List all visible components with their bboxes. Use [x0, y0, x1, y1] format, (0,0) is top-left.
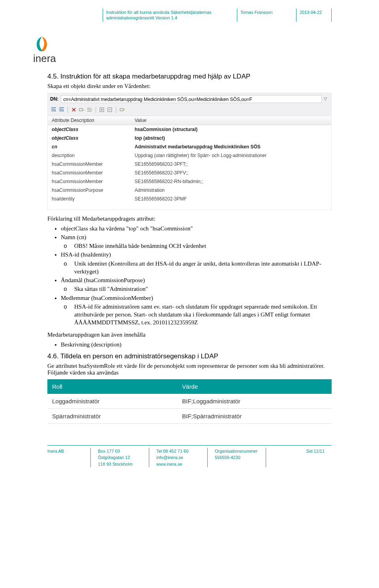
new-attribute-icon[interactable]: + — [86, 107, 93, 113]
svg-text:+: + — [83, 108, 84, 112]
attr-name: hsaIdentity — [48, 195, 131, 210]
role-row: LoggadministratörBIF;Loggadministratör — [47, 394, 332, 409]
doc-title-line1: Instruktion för att kunna använda Säkerh… — [106, 9, 234, 15]
role-value-table: Roll Värde LoggadministratörBIF;Loggadmi… — [47, 379, 332, 424]
role-row: SpärradministratörBIF;Spärradministratör — [47, 408, 332, 423]
table-header-row: Attribute Description Value — [48, 116, 331, 125]
doc-title-cell: Instruktion för att kunna använda Säkerh… — [103, 9, 237, 22]
list-item: objectClass ska ha värdena "top" och "hs… — [61, 225, 332, 232]
footer-page: Sid 11/11 — [306, 448, 332, 468]
role-table-header: Roll Värde — [47, 379, 332, 394]
attr-name: objectClass — [48, 134, 131, 142]
collapse-icon[interactable] — [106, 107, 113, 113]
table-row[interactable]: cnAdministrativt medarbetaruppdrag Medic… — [48, 142, 331, 151]
attributes-bullet-list: objectClass ska ha värdena "top" och "hs… — [47, 225, 332, 327]
attr-value: SE165565968202-3PFV;; — [131, 169, 331, 177]
list-item: Ändamål (hsaCommissionPurpose) Ska sätta… — [61, 276, 332, 293]
logo-icon — [33, 36, 51, 52]
role-cell: Loggadministratör — [47, 394, 177, 409]
list-item: Medlemmar (hsaCommissionMember) HSA-id f… — [61, 294, 332, 327]
attribute-table: Attribute Description Value objectClassh… — [48, 116, 331, 210]
footer-contact: Tel 08 452 71 60 info@inera.se www.inera… — [156, 448, 208, 468]
value-cell: BIF;Loggadministratör — [177, 394, 332, 409]
new-value-icon[interactable]: + — [78, 107, 85, 113]
list-item: Beskrivning (description) — [61, 341, 332, 348]
doc-footer: Inera AB Box 177 03 Östgötagatan 12 118 … — [47, 445, 332, 468]
col-attr[interactable]: Attribute Description — [48, 116, 131, 125]
attr-value: hsaCommission (structural) — [131, 125, 331, 134]
attributes-explain-intro: Förklaring till Medarbetaruppdragets att… — [47, 215, 332, 222]
logo: inera — [33, 36, 379, 65]
list-sub-item: OBS! Måste innehålla både benämning OCH … — [74, 242, 332, 250]
doc-date: 2013-04-22 — [296, 9, 332, 22]
attr-name: objectClass — [48, 125, 131, 134]
attr-value: Administration — [131, 186, 331, 195]
attr-name: hsaCommissionMember — [48, 160, 131, 169]
toolbar-separator: | — [95, 106, 96, 113]
list-item: Namn (cn) OBS! Måste innehålla både benä… — [61, 233, 332, 250]
attr-value: SE165565968202-3PMF — [131, 195, 331, 210]
delete-icon[interactable] — [70, 107, 77, 113]
doc-author: Tomas Fransson — [237, 9, 296, 22]
indent-right-icon[interactable] — [58, 107, 65, 113]
quick-filter-icon[interactable] — [119, 107, 126, 113]
footer-company: Inera AB — [47, 448, 91, 468]
col-role: Roll — [47, 379, 177, 394]
attr-value: Uppdrag (utan rättigheter) för Spärr- oc… — [131, 151, 331, 160]
also-bullet-list: Beskrivning (description) — [47, 341, 332, 348]
heading-4-6: 4.6. Tilldela en person en administratör… — [47, 352, 332, 360]
attr-name: cn — [48, 142, 131, 151]
value-cell: BIF;Spärradministratör — [177, 408, 332, 423]
list-sub-item: Ska sättas till "Administration" — [74, 285, 332, 293]
table-row[interactable]: descriptionUppdrag (utan rättigheter) fö… — [48, 151, 331, 160]
also-intro: Medarbetaruppdragen kan även innehålla — [47, 331, 332, 338]
expand-icon[interactable] — [98, 107, 105, 113]
dn-input[interactable]: cn=Administrativt medarbetaruppdrag Medi… — [61, 95, 322, 103]
intro-4-5: Skapa ett objekt direkt under en Vårdenh… — [47, 83, 332, 90]
attr-name: hsaCommissionMember — [48, 169, 131, 177]
indent-left-icon[interactable] — [50, 107, 57, 113]
list-sub-item: Unik identitet (Kontrollera att det HSA-… — [74, 260, 332, 276]
attr-name: description — [48, 151, 131, 160]
table-row[interactable]: hsaIdentitySE165565968202-3PMF — [48, 195, 331, 210]
attr-name: hsaCommissionMember — [48, 177, 131, 186]
table-row[interactable]: objectClasshsaCommission (structural) — [48, 125, 331, 134]
list-item: HSA-id (hsaIdentity) Unik identitet (Kon… — [61, 251, 332, 275]
svg-rect-5 — [120, 109, 123, 111]
svg-rect-0 — [79, 109, 83, 111]
toolbar-separator: | — [67, 106, 68, 113]
heading-4-5: 4.5. Instruktion för att skapa medarbeta… — [47, 73, 332, 81]
table-row[interactable]: hsaCommissionPurposeAdministration — [48, 186, 331, 195]
attr-value: SE165565968202-RN-bifadmin;; — [131, 177, 331, 186]
doc-header: Instruktion för att kunna använda Säkerh… — [103, 9, 332, 22]
ldap-toolbar: | + + | | — [48, 105, 331, 116]
table-row[interactable]: hsaCommissionMemberSE165565968202-3PFT;; — [48, 160, 331, 169]
footer-address: Box 177 03 Östgötagatan 12 118 93 Stockh… — [98, 448, 149, 468]
logo-name: inera — [33, 52, 379, 65]
doc-title-line2: administrationsgränssnitt Version 1.4 — [106, 15, 234, 21]
attr-value: SE165565968202-3PFT;; — [131, 160, 331, 169]
table-row[interactable]: objectClasstop (abstract) — [48, 134, 331, 142]
ldap-screenshot: DN: cn=Administrativt medarbetaruppdrag … — [47, 93, 332, 210]
dropdown-toggle-icon[interactable]: ▽ — [322, 96, 329, 101]
para-4-6: Ge attributet hsaSystemRole ett värde fö… — [47, 363, 332, 376]
attr-value: Administrativt medarbetaruppdrag Medicin… — [131, 142, 331, 151]
table-row[interactable]: hsaCommissionMemberSE165565968202-RN-bif… — [48, 177, 331, 186]
svg-text:+: + — [91, 108, 92, 112]
footer-orgnum: Organisationsnummer 556559-4230 — [215, 448, 266, 468]
col-value: Värde — [177, 379, 332, 394]
toolbar-separator: | — [115, 106, 116, 113]
table-row[interactable]: hsaCommissionMemberSE165565968202-3PFV;; — [48, 169, 331, 177]
list-sub-item: HSA-id för administratören samt ev. star… — [74, 303, 332, 327]
dn-label: DN: — [50, 96, 58, 102]
role-cell: Spärradministratör — [47, 408, 177, 423]
attr-value: top (abstract) — [131, 134, 331, 142]
attr-name: hsaCommissionPurpose — [48, 186, 131, 195]
col-value[interactable]: Value — [131, 116, 331, 125]
